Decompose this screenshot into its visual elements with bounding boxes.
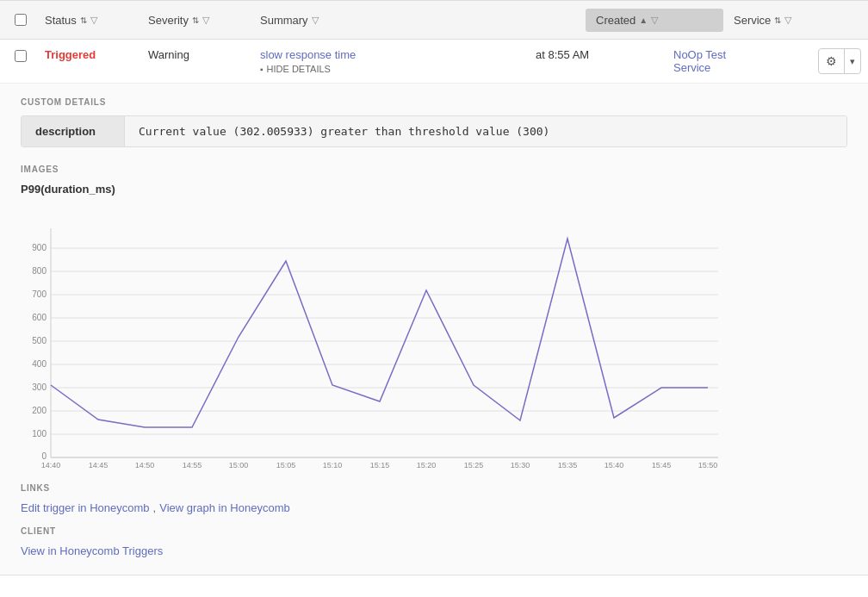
- table-header: Status ⇅ ▽ Severity ⇅ ▽ Summary ▽ Create…: [0, 0, 868, 40]
- svg-text:15:40: 15:40: [604, 461, 624, 470]
- links-separator: ,: [153, 501, 157, 514]
- client-links-row: View in Honeycomb Triggers: [21, 544, 847, 557]
- col-status[interactable]: Status ⇅ ▽: [34, 14, 138, 27]
- severity-sort-icon: ⇅: [192, 16, 199, 25]
- col-severity-label: Severity: [148, 14, 189, 27]
- status-filter-icon[interactable]: ▽: [90, 15, 97, 26]
- col-created-label: Created: [596, 14, 636, 27]
- service-line1: NoOp Test: [673, 48, 726, 61]
- row-created: at 8:55 AM: [525, 48, 663, 61]
- hide-details-label: HIDE DETAILS: [267, 64, 331, 74]
- status-sort-icon: ⇅: [80, 16, 87, 25]
- svg-text:900: 900: [32, 243, 46, 252]
- images-label: IMAGES: [21, 165, 847, 174]
- created-sort-icon: ▲: [639, 16, 648, 25]
- service-line2: Service: [673, 61, 710, 74]
- header-checkbox-col: [7, 14, 34, 26]
- svg-text:15:35: 15:35: [558, 461, 578, 470]
- col-status-label: Status: [45, 14, 77, 27]
- edit-trigger-link[interactable]: Edit trigger in Honeycomb: [21, 501, 150, 514]
- links-row: Edit trigger in Honeycomb , View graph i…: [21, 501, 847, 514]
- hide-details-icon: ▪: [260, 65, 264, 74]
- svg-text:100: 100: [32, 429, 46, 438]
- view-graph-link[interactable]: View graph in Honeycomb: [159, 501, 290, 514]
- summary-filter-icon[interactable]: ▽: [312, 15, 319, 26]
- col-summary[interactable]: Summary ▽: [250, 14, 586, 27]
- service-link[interactable]: NoOp Test Service: [673, 48, 726, 74]
- svg-text:15:50: 15:50: [698, 461, 718, 470]
- svg-text:200: 200: [32, 406, 46, 415]
- custom-details-label: CUSTOM DETAILS: [21, 97, 847, 107]
- svg-text:300: 300: [32, 382, 46, 392]
- status-triggered-label: Triggered: [45, 48, 96, 61]
- detail-key: description: [22, 116, 125, 146]
- summary-link[interactable]: slow response time: [260, 48, 356, 61]
- row-service: NoOp Test Service: [663, 48, 801, 74]
- svg-text:15:10: 15:10: [323, 461, 343, 470]
- client-label: CLIENT: [21, 526, 847, 536]
- severity-filter-icon[interactable]: ▽: [202, 15, 209, 26]
- svg-text:500: 500: [32, 336, 46, 345]
- caret-down-icon[interactable]: ▾: [845, 51, 860, 72]
- col-summary-label: Summary: [260, 14, 308, 27]
- service-sort-icon: ⇅: [774, 16, 781, 25]
- svg-text:14:45: 14:45: [89, 461, 108, 470]
- svg-text:15:15: 15:15: [370, 461, 390, 470]
- detail-value: Current value (302.005933) greater than …: [125, 116, 846, 146]
- svg-text:400: 400: [32, 359, 46, 369]
- svg-text:14:50: 14:50: [135, 461, 155, 470]
- svg-text:15:00: 15:00: [229, 461, 249, 470]
- custom-details-table: description Current value (302.005933) g…: [21, 115, 847, 147]
- view-triggers-link[interactable]: View in Honeycomb Triggers: [21, 544, 163, 557]
- custom-details-block: CUSTOM DETAILS description Current value…: [21, 97, 847, 147]
- client-section: CLIENT View in Honeycomb Triggers: [21, 526, 847, 557]
- svg-text:15:05: 15:05: [276, 461, 296, 470]
- gear-icon[interactable]: ⚙: [819, 49, 845, 73]
- col-service[interactable]: Service ⇅ ▽: [723, 14, 861, 27]
- severity-value: Warning: [148, 48, 189, 61]
- select-all-checkbox[interactable]: [15, 14, 27, 26]
- row-summary: slow response time ▪ HIDE DETAILS: [250, 48, 525, 74]
- svg-text:14:40: 14:40: [41, 461, 61, 470]
- col-severity[interactable]: Severity ⇅ ▽: [138, 14, 250, 27]
- svg-text:15:45: 15:45: [652, 461, 672, 470]
- svg-text:15:25: 15:25: [464, 461, 484, 470]
- links-section: LINKS Edit trigger in Honeycomb , View g…: [21, 483, 847, 514]
- chart-line: [51, 239, 708, 427]
- created-filter-icon[interactable]: ▽: [651, 15, 658, 26]
- row-checkbox-col: [7, 48, 34, 62]
- table-row: Triggered Warning slow response time ▪ H…: [0, 40, 868, 84]
- svg-text:700: 700: [32, 289, 46, 299]
- links-label: LINKS: [21, 483, 847, 493]
- col-created[interactable]: Created ▲ ▽: [586, 9, 723, 32]
- details-section: CUSTOM DETAILS description Current value…: [0, 84, 868, 575]
- row-actions: ⚙ ▾: [801, 48, 861, 74]
- created-value: at 8:55 AM: [536, 48, 589, 61]
- action-button[interactable]: ⚙ ▾: [818, 48, 861, 74]
- row-severity: Warning: [138, 48, 250, 61]
- svg-text:15:30: 15:30: [511, 461, 530, 470]
- svg-text:15:20: 15:20: [417, 461, 437, 470]
- images-section: IMAGES P99(duration_ms) 0 100 200 300 40…: [21, 165, 847, 470]
- chart-svg: 0 100 200 300 400 500 600 700 800 900: [21, 202, 727, 470]
- svg-text:0: 0: [41, 451, 46, 461]
- col-service-label: Service: [734, 14, 771, 27]
- chart-container: 0 100 200 300 400 500 600 700 800 900: [21, 202, 727, 470]
- svg-text:14:55: 14:55: [183, 461, 202, 470]
- chart-title: P99(duration_ms): [21, 183, 847, 196]
- svg-text:800: 800: [32, 266, 46, 276]
- service-filter-icon[interactable]: ▽: [784, 15, 791, 26]
- hide-details-toggle[interactable]: ▪ HIDE DETAILS: [260, 64, 515, 74]
- svg-text:600: 600: [32, 313, 46, 322]
- row-status: Triggered: [34, 48, 138, 61]
- row-checkbox[interactable]: [15, 50, 27, 62]
